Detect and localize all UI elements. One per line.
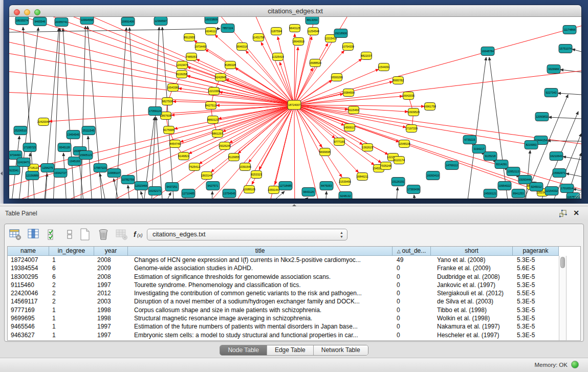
table-row[interactable]: 2242004622012Investigating the contribut… <box>8 289 580 297</box>
graph-node[interactable]: 13454545 <box>67 130 80 139</box>
graph-node[interactable]: 6739215 <box>463 136 476 144</box>
graph-node[interactable]: 22420046 <box>37 118 50 126</box>
graph-node[interactable]: 9135218 <box>484 152 497 161</box>
graph-node[interactable]: 10591447 <box>268 186 280 194</box>
table-row[interactable]: 1830029562008Estimation of significance … <box>8 273 580 281</box>
float-panel-icon[interactable] <box>558 209 568 218</box>
network-view-window[interactable]: citations_edges.txt 82260581654338298275… <box>9 5 581 199</box>
graph-node[interactable]: 11544091 <box>378 63 390 71</box>
graph-node[interactable]: 12718485 <box>279 182 292 190</box>
graph-node[interactable]: 11174866 <box>563 26 576 34</box>
graph-node[interactable]: 17016514 <box>560 184 574 193</box>
graph-node[interactable]: 16642035 <box>402 92 415 100</box>
graph-node[interactable]: 13754545 <box>223 189 236 198</box>
table-row[interactable]: 946362711997Embryonic stem cells: a mode… <box>8 331 580 339</box>
graph-node[interactable]: 9122174 <box>394 157 405 164</box>
graph-node[interactable]: 8941253 <box>512 189 525 198</box>
graph-node[interactable]: 15992971 <box>553 169 566 178</box>
graph-node[interactable]: 9245012 <box>530 183 543 191</box>
graph-node[interactable]: 9427571 <box>206 182 220 190</box>
graph-node[interactable]: 9777169 <box>334 138 345 146</box>
graph-node[interactable]: 9242848 <box>215 74 226 81</box>
graph-node[interactable]: 10754339 <box>342 43 354 51</box>
column-header-year[interactable]: year <box>94 247 128 256</box>
graph-node[interactable]: 24500121 <box>484 189 497 198</box>
graph-node[interactable]: 25206510 <box>14 126 27 135</box>
graph-node[interactable]: 14569117 <box>343 124 356 132</box>
table-row[interactable]: 946554611997Estimation of the future num… <box>8 322 580 331</box>
graph-node[interactable]: 15751074 <box>559 45 572 53</box>
graph-node[interactable]: 21539456 <box>339 178 351 186</box>
table-row[interactable]: 969969511998Structural magnetic resonanc… <box>8 314 580 322</box>
graph-node[interactable]: 12154332 <box>545 187 558 195</box>
graph-node[interactable]: 8226058 <box>177 71 187 78</box>
graph-node[interactable]: 9643125 <box>290 25 300 32</box>
graph-node[interactable]: 12419470 <box>176 61 188 69</box>
graph-node[interactable]: 12093832 <box>535 113 549 121</box>
graph-node[interactable]: 17393436 <box>407 185 420 194</box>
graph-node[interactable]: 9146821 <box>179 152 189 160</box>
graph-node[interactable]: 1187594 <box>271 28 282 35</box>
tab-edge-table[interactable]: Edge Table <box>267 345 314 355</box>
graph-node[interactable]: 10994558 <box>80 17 94 25</box>
scrollbar-thumb[interactable] <box>560 257 565 268</box>
network-canvas[interactable]: 8226058165433829827508286760891756858454… <box>9 17 581 199</box>
graph-node[interactable]: 12366597 <box>154 17 167 26</box>
graph-node[interactable]: 7625412 <box>189 163 200 171</box>
graph-node[interactable]: 8214291 <box>495 160 508 169</box>
graph-node[interactable]: 17957223 <box>94 164 107 172</box>
graph-node[interactable]: 19384554 <box>342 89 355 97</box>
graph-node[interactable]: 1362615 <box>362 144 373 151</box>
graph-node[interactable]: 15026245 <box>219 142 231 150</box>
graph-node[interactable]: 2867608 <box>161 112 171 120</box>
graph-node[interactable]: 25111545 <box>82 126 95 135</box>
delete-columns-icon[interactable] <box>97 228 111 242</box>
graph-node[interactable]: 10939529 <box>407 108 420 116</box>
graph-node[interactable]: 7935248 <box>381 162 391 170</box>
memory-ok-led-icon[interactable] <box>571 361 579 368</box>
graph-node[interactable]: 3194217 <box>472 145 486 154</box>
function-builder-icon[interactable]: f(x) <box>133 228 147 242</box>
graph-node[interactable]: 12419471 <box>17 158 30 167</box>
graph-node[interactable]: 10088105 <box>243 186 255 193</box>
column-header-name[interactable]: name <box>8 247 49 256</box>
graph-node[interactable]: 9699695 <box>320 148 331 156</box>
graph-node[interactable]: 17197339 <box>405 125 418 133</box>
graph-node[interactable]: 16543382 <box>167 84 179 92</box>
graph-node[interactable]: 18640910 <box>292 38 304 46</box>
column-header-in_degree[interactable]: in_degree <box>49 247 94 256</box>
select-columns-icon[interactable] <box>27 228 41 242</box>
graph-node[interactable]: 10782759 <box>121 176 135 184</box>
graph-node[interactable]: 16648784 <box>481 47 494 56</box>
graph-node[interactable]: 8454749 <box>170 140 181 148</box>
table-row[interactable]: 1456911722003Disruption of a novel membe… <box>8 297 580 305</box>
graph-node[interactable]: 12213399 <box>208 87 220 95</box>
graph-node[interactable]: 14769112 <box>445 161 459 170</box>
graph-node[interactable]: 8186328 <box>225 61 236 69</box>
graph-node[interactable]: 11548108 <box>398 140 410 148</box>
graph-node[interactable]: 19734493 <box>194 43 207 51</box>
graph-node[interactable]: 11254548 <box>307 28 319 35</box>
graph-node[interactable]: 1294275 <box>41 164 54 172</box>
graph-node[interactable]: 11325419 <box>272 53 284 61</box>
graph-node[interactable]: 7485053 <box>186 53 197 61</box>
graph-node[interactable]: 15126191 <box>391 178 405 186</box>
graph-node[interactable]: 16046112 <box>205 28 217 35</box>
table-row[interactable]: 1938455462009Genome-wide association stu… <box>8 264 580 272</box>
graph-node[interactable]: 8475053 <box>320 182 333 190</box>
graph-node[interactable]: 17359124 <box>148 107 162 116</box>
graph-node[interactable]: 8822037 <box>361 52 372 60</box>
graph-node[interactable]: 12156889 <box>26 171 39 180</box>
graph-node[interactable]: 12023466 <box>135 182 148 190</box>
graph-node[interactable]: 10952113 <box>507 167 520 176</box>
graph-node[interactable]: 16846211 <box>356 173 368 181</box>
graph-node[interactable]: 2803144 <box>202 172 212 180</box>
create-column-icon[interactable] <box>78 228 93 242</box>
graph-node[interactable]: 18035574 <box>15 17 29 25</box>
graph-node[interactable]: 18300295 <box>331 74 343 81</box>
graph-node[interactable]: 9227343 <box>545 89 558 97</box>
graph-node[interactable]: 16210643 <box>550 152 563 161</box>
graph-node[interactable]: 9329966 <box>547 65 560 74</box>
tab-network-table[interactable]: Network Table <box>314 345 368 355</box>
graph-node[interactable]: 15093446 <box>518 176 532 184</box>
